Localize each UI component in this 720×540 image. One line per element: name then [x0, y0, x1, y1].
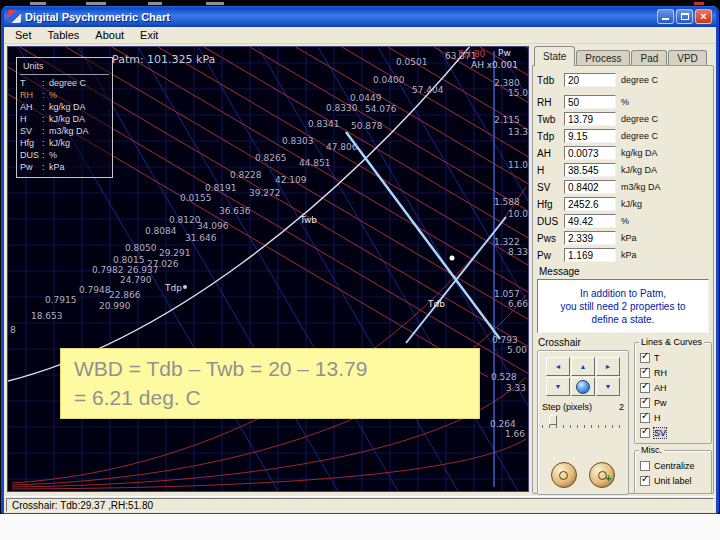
- arrow-left-button[interactable]: ◄: [546, 357, 570, 376]
- checkbox-ah[interactable]: ✓AH: [635, 380, 711, 395]
- misc-title: Misc.: [639, 445, 664, 455]
- svg-text:15.0: 15.0: [508, 88, 528, 98]
- hfg-input[interactable]: [564, 197, 616, 211]
- svg-text:31.646: 31.646: [185, 233, 217, 243]
- svg-text:0.8120: 0.8120: [169, 215, 201, 225]
- legend-row-sv: SV:m3/kg DA: [20, 125, 109, 137]
- field-row-pw: Pw kPa: [537, 247, 709, 263]
- close-button[interactable]: ×: [695, 9, 712, 24]
- checkbox-icon: ✓: [640, 428, 650, 438]
- dus-input[interactable]: [564, 214, 616, 228]
- checkbox-h[interactable]: ✓H: [635, 410, 711, 425]
- legend-colon: :: [42, 102, 49, 112]
- svg-text:10.0: 10.0: [508, 209, 528, 219]
- pws-unit: kPa: [621, 233, 637, 243]
- checkbox-t[interactable]: ✓T: [635, 350, 711, 365]
- arrow-down-right-button[interactable]: ▼: [596, 377, 620, 396]
- svg-text:24.790: 24.790: [120, 275, 152, 285]
- checkbox-centralize[interactable]: ✓Centralize: [635, 458, 711, 473]
- checkbox-icon: ✓: [640, 461, 650, 471]
- svg-text:29.291: 29.291: [159, 248, 191, 258]
- ah-unit: kg/kg DA: [621, 148, 658, 158]
- legend-colon: :: [42, 150, 49, 160]
- rh-input[interactable]: [564, 95, 616, 109]
- checkmark-icon: ✓: [641, 474, 649, 484]
- tab-vpd[interactable]: VPD: [668, 50, 707, 66]
- checkbox-label: Centralize: [654, 461, 695, 471]
- svg-text:0.8191: 0.8191: [205, 183, 237, 193]
- svg-text:1.057: 1.057: [494, 289, 520, 299]
- app-icon: [8, 10, 21, 23]
- field-row-tdb: Tdb degree C: [537, 72, 709, 88]
- svg-text:20.990: 20.990: [99, 301, 131, 311]
- zoom-out-button[interactable]: [551, 462, 577, 488]
- checkmark-icon: ✓: [641, 426, 649, 436]
- checkbox-sv[interactable]: ✓SV: [635, 425, 711, 440]
- message-line: you still need 2 properties to: [560, 300, 685, 313]
- legend-key: RH: [20, 90, 42, 100]
- svg-text:0.0400: 0.0400: [373, 75, 405, 85]
- tdb-input[interactable]: [564, 73, 616, 87]
- tdp-label: Tdp: [537, 131, 564, 142]
- svg-text:3.33: 3.33: [506, 383, 526, 393]
- svg-text:0.7915: 0.7915: [45, 295, 77, 305]
- crosshair-pad: ◄ ▲ ► ▼ ▼: [546, 357, 620, 396]
- ah-input[interactable]: [564, 146, 616, 160]
- pws-input[interactable]: [564, 231, 616, 245]
- checkbox-label: H: [654, 413, 661, 423]
- minimize-button[interactable]: [657, 9, 674, 24]
- legend-value: kJ/kg: [49, 138, 109, 148]
- menu-item-set[interactable]: Set: [7, 28, 40, 42]
- hfg-label: Hfg: [537, 199, 564, 210]
- magnifier-icon: [559, 471, 568, 480]
- checkbox-pw[interactable]: ✓Pw: [635, 395, 711, 410]
- hfg-unit: kJ/kg: [621, 199, 642, 209]
- step-slider[interactable]: [542, 415, 624, 428]
- arrow-up-button[interactable]: ▲: [571, 357, 595, 376]
- svg-text:Tdp: Tdp: [164, 283, 182, 293]
- arrow-down-icon: ▼: [605, 383, 612, 390]
- svg-text:0.8341: 0.8341: [308, 119, 340, 129]
- tdp-input[interactable]: [564, 129, 616, 143]
- svg-text:22.866: 22.866: [109, 290, 141, 300]
- menu-item-exit[interactable]: Exit: [132, 28, 166, 42]
- arrow-right-button[interactable]: ►: [596, 357, 620, 376]
- twb-input[interactable]: [564, 112, 616, 126]
- tab-state[interactable]: State: [534, 46, 575, 66]
- titlebar[interactable]: Digital Psychrometric Chart ×: [4, 6, 716, 27]
- app-window: Digital Psychrometric Chart × Set Tables…: [1, 6, 719, 514]
- svg-text:8: 8: [10, 325, 16, 335]
- background-fragment: [148, 2, 162, 5]
- legend-row-dus: DUS:%: [20, 149, 109, 161]
- step-row: Step (pixels) 2: [538, 402, 628, 412]
- maximize-button[interactable]: [676, 9, 693, 24]
- menu-item-tables[interactable]: Tables: [40, 28, 88, 42]
- checkbox-rh[interactable]: ✓RH: [635, 365, 711, 380]
- globe-icon: [576, 380, 590, 394]
- legend-value: kPa: [49, 162, 109, 172]
- tab-process[interactable]: Process: [576, 50, 630, 66]
- svg-text:Pw: Pw: [498, 48, 511, 58]
- panel-lower: Crosshair ◄ ▲ ► ▼ ▼ Step (pixels) 2: [537, 339, 709, 497]
- annotation-line-2: = 6.21 deg. C: [74, 383, 466, 412]
- arrow-down-button[interactable]: ▼: [546, 377, 570, 396]
- slider-thumb[interactable]: [549, 415, 557, 425]
- zoom-in-button[interactable]: +: [589, 462, 615, 488]
- tool-buttons: +: [538, 462, 628, 488]
- arrow-down-icon: ▼: [555, 383, 562, 390]
- svg-text:0.8015: 0.8015: [113, 255, 145, 265]
- legend-row-pw: Pw:kPa: [20, 161, 109, 173]
- tdp-unit: degree C: [621, 131, 658, 141]
- sv-input[interactable]: [564, 180, 616, 194]
- field-row-twb: Twb degree C: [537, 111, 709, 127]
- psychrometric-chart[interactable]: Patm: 101.325 kPa0.050163.3710.040057.40…: [7, 46, 529, 492]
- center-globe-button[interactable]: [571, 377, 595, 396]
- tab-pad[interactable]: Pad: [631, 50, 667, 66]
- pw-input[interactable]: [564, 248, 616, 262]
- checkbox-unit-label[interactable]: ✓Unit label: [635, 473, 711, 488]
- menu-item-about[interactable]: About: [87, 28, 132, 42]
- svg-text:42.109: 42.109: [275, 175, 307, 185]
- state-tab-page: Tdb degree C RH % Twb degree C Tdp: [532, 65, 714, 494]
- h-label: H: [537, 165, 564, 176]
- h-input[interactable]: [564, 163, 616, 177]
